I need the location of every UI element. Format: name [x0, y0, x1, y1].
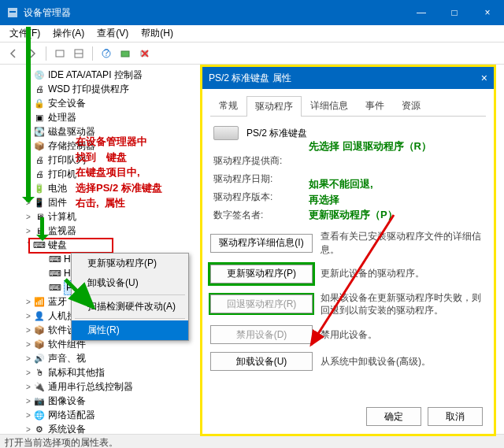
annotation-green-1: 先选择 回退驱动程序（R）: [309, 139, 432, 154]
device-icon: ⌨: [49, 282, 61, 293]
expand-icon[interactable]: >: [24, 298, 33, 306]
expand-icon[interactable]: >: [24, 326, 33, 335]
dialog-close-button[interactable]: ×: [465, 72, 487, 84]
maximize-button[interactable]: □: [438, 0, 471, 25]
device-icon: 📦: [33, 339, 46, 350]
tabs: 常规 驱动程序 详细信息 事件 资源: [210, 95, 486, 117]
expand-icon[interactable]: >: [24, 425, 33, 434]
expand-icon[interactable]: >: [24, 340, 33, 349]
help-button[interactable]: ?: [98, 45, 115, 62]
device-icon: 📱: [33, 197, 46, 208]
menu-view[interactable]: 查看(V): [91, 25, 135, 42]
device-icon: 🖨: [33, 83, 46, 94]
dialog-title: PS/2 标准键盘 属性: [209, 72, 465, 85]
rollback-driver-button[interactable]: 回退驱动程序(R): [210, 294, 313, 313]
tree-item-label: IDE ATA/ATAPI 控制器: [48, 68, 143, 82]
tab-general[interactable]: 常规: [210, 95, 246, 116]
tree-item-label: 电池: [48, 182, 67, 195]
svg-rect-2: [56, 50, 64, 57]
keyboard-icon: [213, 126, 239, 140]
tab-details[interactable]: 详细信息: [302, 95, 357, 116]
label-provider: 驱动程序提供商:: [213, 154, 300, 168]
device-icon: 💽: [33, 126, 46, 137]
menu-help[interactable]: 帮助(H): [135, 25, 180, 42]
device-icon: ⌨: [49, 254, 61, 265]
svg-rect-7: [121, 51, 129, 57]
expand-icon[interactable]: >: [24, 312, 33, 320]
expand-icon[interactable]: >: [24, 354, 33, 363]
tree-item-label: 打印机: [48, 168, 76, 181]
tree-item-label: 声音、视: [48, 352, 86, 365]
show-hidden-button[interactable]: [51, 45, 69, 62]
titlebar: 设备管理器 — □ ×: [0, 0, 504, 25]
tree-item-label: 处理器: [48, 111, 76, 124]
ctx-update-driver[interactable]: 更新驱动程序(P): [72, 254, 188, 273]
expand-icon[interactable]: >: [24, 227, 33, 235]
label-date: 驱动程序日期:: [213, 172, 300, 186]
device-icon: 🖨: [33, 168, 46, 180]
label-signer: 数字签名者:: [213, 209, 300, 222]
minimize-button[interactable]: —: [405, 0, 438, 25]
device-icon: 📶: [33, 296, 46, 307]
ctx-properties[interactable]: 属性(R): [72, 320, 188, 340]
tree-item-label: 系统设备: [48, 423, 86, 435]
expand-icon[interactable]: >: [24, 397, 33, 405]
tree-item-label: 图像设备: [48, 394, 86, 408]
svg-rect-1: [9, 11, 16, 13]
tree-item-label: 计算机: [48, 210, 76, 224]
tree-item-label: 网络适配器: [48, 409, 95, 422]
uninstall-device-desc: 从系统中卸载设备(高级)。: [321, 355, 486, 368]
cancel-button[interactable]: 取消: [428, 407, 483, 426]
svg-text:?: ?: [104, 48, 109, 58]
tree-item-label: WSD 打印提供程序: [48, 83, 129, 96]
device-icon: 🔌: [33, 381, 46, 392]
window-title: 设备管理器: [24, 6, 405, 20]
expand-icon[interactable]: >: [24, 411, 33, 420]
app-icon: [6, 6, 19, 19]
tab-driver[interactable]: 驱动程序: [246, 96, 302, 117]
tab-events[interactable]: 事件: [357, 95, 393, 116]
expand-icon[interactable]: >: [24, 368, 33, 377]
remove-button[interactable]: [135, 45, 153, 62]
expand-icon[interactable]: >: [24, 383, 33, 391]
ok-button[interactable]: 确定: [366, 407, 421, 426]
close-button[interactable]: ×: [471, 0, 504, 25]
menubar: 文件(F) 操作(A) 查看(V) 帮助(H): [0, 25, 504, 43]
device-icon: 👤: [33, 310, 46, 321]
view-button[interactable]: [70, 45, 87, 62]
tab-resources[interactable]: 资源: [393, 95, 429, 116]
device-icon: 🔊: [33, 353, 46, 364]
arrow-annotation: [40, 217, 44, 239]
device-icon: 🔋: [33, 183, 46, 194]
arrow-annotation: [61, 276, 109, 315]
device-name: PS/2 标准键盘: [246, 127, 307, 140]
svg-line-12: [311, 215, 394, 345]
tree-item-label: 通用串行总线控制器: [48, 380, 133, 394]
device-icon: 💿: [33, 69, 46, 80]
tree-item-label: 鼠标和其他指: [48, 366, 105, 380]
device-icon: 🖱: [33, 367, 46, 378]
update-driver-button[interactable]: 更新驱动程序(P): [210, 265, 313, 283]
label-version: 驱动程序版本:: [213, 191, 300, 204]
device-icon: 📷: [33, 395, 46, 406]
driver-details-button[interactable]: 驱动程序详细信息(I): [210, 234, 313, 253]
tree-item-label: 安全设备: [48, 97, 86, 110]
device-icon: ▣: [33, 112, 46, 123]
tree-item-label: 固件: [48, 196, 67, 209]
tree-item-label: 监视器: [48, 224, 76, 238]
uninstall-device-button[interactable]: 卸载设备(U): [210, 352, 313, 371]
device-icon: 📦: [33, 324, 46, 335]
device-icon: ⚙: [33, 424, 46, 434]
back-button[interactable]: [5, 45, 22, 62]
menu-action[interactable]: 操作(A): [46, 25, 91, 42]
disable-device-button[interactable]: 禁用设备(D): [210, 325, 313, 344]
arrow-annotation-red: [299, 211, 402, 353]
device-icon: 🖨: [33, 154, 46, 165]
device-icon: ⌨: [49, 268, 61, 279]
svg-line-11: [65, 280, 93, 307]
scan-button[interactable]: [117, 45, 134, 62]
menu-file[interactable]: 文件(F): [3, 25, 46, 42]
device-icon: 🌐: [33, 409, 46, 420]
expand-icon[interactable]: >: [24, 213, 33, 221]
device-icon: 🔒: [33, 98, 46, 109]
